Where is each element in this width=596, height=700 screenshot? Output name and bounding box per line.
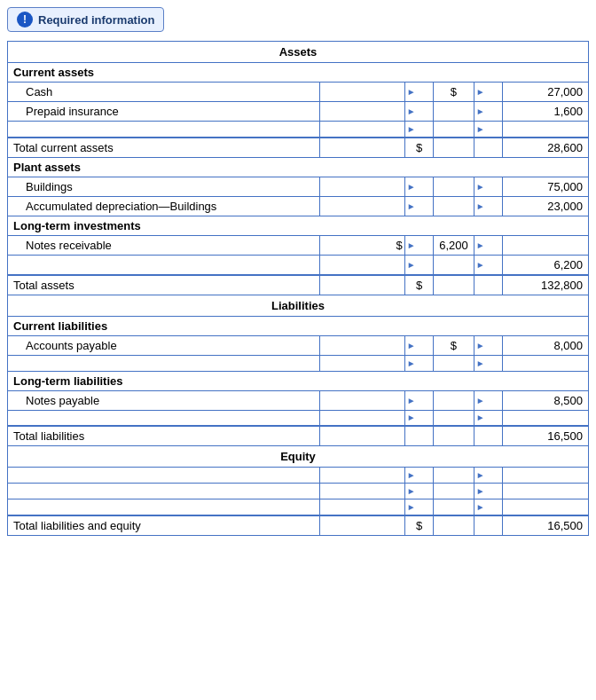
financial-table: Assets Current assets Cash ► $ ► 27,000 … (7, 41, 589, 536)
total-assets-dollar: $ (404, 275, 433, 295)
total-liabilities-row: Total liabilities 16,500 (8, 426, 589, 446)
buildings-row: Buildings ► ► 75,000 (8, 177, 589, 196)
long-term-liabilities-header: Long-term liabilities (8, 371, 589, 390)
current-assets-header-row: Current assets (8, 63, 589, 83)
prepaid-mid (320, 102, 405, 122)
plant-assets-header: Plant assets (8, 157, 589, 177)
total-liabilities-amount: 16,500 (502, 426, 588, 446)
long-term-investments-header-row: Long-term investments (8, 216, 589, 235)
long-term-liabilities-header-row: Long-term liabilities (8, 371, 589, 390)
total-current-assets-row: Total current assets $ 28,600 (8, 138, 589, 158)
current-liabilities-header: Current liabilities (8, 316, 589, 335)
accum-depreciation-amount: 23,000 (502, 196, 588, 216)
total-liabilities-equity-label: Total liabilities and equity (8, 515, 320, 536)
buildings-amount: 75,000 (502, 177, 588, 196)
notes-payable-label: Notes payable (8, 390, 320, 410)
info-icon: ! (17, 12, 33, 28)
total-liabilities-label: Total liabilities (8, 426, 320, 446)
liabilities-title-row: Liabilities (8, 295, 589, 316)
total-le-dollar: $ (404, 515, 433, 536)
equity-title-row: Equity (8, 446, 589, 468)
ap-dollar: $ (434, 335, 474, 355)
accum-depreciation-row: Accumulated depreciation—Buildings ► ► 2… (8, 196, 589, 216)
total-liabilities-equity-row: Total liabilities and equity $ 16,500 (8, 515, 589, 536)
required-information-badge: ! Required information (7, 7, 164, 32)
prepaid-insurance-row: Prepaid insurance ► ► 1,600 (8, 102, 589, 122)
notes-receivable-label: Notes receivable (8, 235, 320, 255)
cash-dollar: $ (434, 83, 474, 102)
cash-arrow1: ► (404, 83, 433, 102)
equity-blank-row-2: ► ► (8, 484, 589, 499)
lti-blank-amount: 6,200 (502, 255, 588, 275)
total-current-amount: 28,600 (502, 138, 588, 158)
total-assets-row: Total assets $ 132,800 (8, 275, 589, 295)
long-term-investments-header: Long-term investments (8, 216, 589, 235)
equity-title: Equity (8, 446, 589, 468)
assets-title: Assets (8, 42, 589, 63)
total-le-amount: 16,500 (502, 515, 588, 536)
cash-label: Cash (8, 83, 320, 102)
liabilities-title: Liabilities (8, 295, 589, 316)
notes-receivable-row: Notes receivable $ ► 6,200 ► (8, 235, 589, 255)
prepaid-amount: 1,600 (502, 102, 588, 122)
notes-mid-amount: 6,200 (434, 235, 474, 255)
blank-row-2: ► ► 6,200 (8, 255, 589, 275)
cash-row: Cash ► $ ► 27,000 (8, 83, 589, 102)
total-assets-label: Total assets (8, 275, 320, 295)
badge-label: Required information (38, 13, 154, 27)
plant-assets-header-row: Plant assets (8, 157, 589, 177)
accounts-payable-amount: 8,000 (502, 335, 588, 355)
notes-dollar: $ (396, 239, 403, 252)
notes-payable-row: Notes payable ► ► 8,500 (8, 390, 589, 410)
prepaid-arrow2: ► (474, 102, 502, 122)
accounts-payable-row: Accounts payable ► $ ► 8,000 (8, 335, 589, 355)
accounts-payable-label: Accounts payable (8, 335, 320, 355)
current-liabilities-header-row: Current liabilities (8, 316, 589, 335)
cash-mid (320, 83, 405, 102)
equity-blank-row-1: ► ► (8, 468, 589, 484)
total-assets-amount: 132,800 (502, 275, 588, 295)
equity-blank-row-3: ► ► (8, 499, 589, 515)
total-current-assets-label: Total current assets (8, 138, 320, 158)
blank-row-3: ► ► (8, 355, 589, 371)
prepaid-dollar (434, 102, 474, 122)
total-current-dollar: $ (404, 138, 433, 158)
assets-title-row: Assets (8, 42, 589, 63)
current-assets-header: Current assets (8, 63, 589, 83)
cash-arrow2: ► (474, 83, 502, 102)
blank-row-4: ► ► (8, 410, 589, 426)
notes-payable-amount: 8,500 (502, 390, 588, 410)
blank-row-1: ► ► (8, 122, 589, 138)
prepaid-insurance-label: Prepaid insurance (8, 102, 320, 122)
accum-depreciation-label: Accumulated depreciation—Buildings (8, 196, 320, 216)
prepaid-arrow1: ► (404, 102, 433, 122)
cash-amount: 27,000 (502, 83, 588, 102)
buildings-label: Buildings (8, 177, 320, 196)
